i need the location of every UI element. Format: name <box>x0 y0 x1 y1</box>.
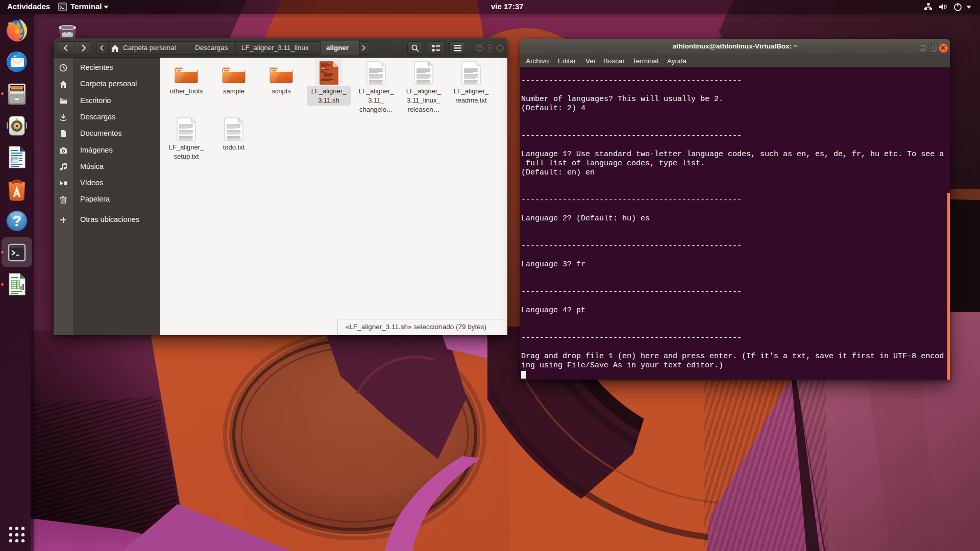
svg-text:?: ? <box>12 213 21 229</box>
